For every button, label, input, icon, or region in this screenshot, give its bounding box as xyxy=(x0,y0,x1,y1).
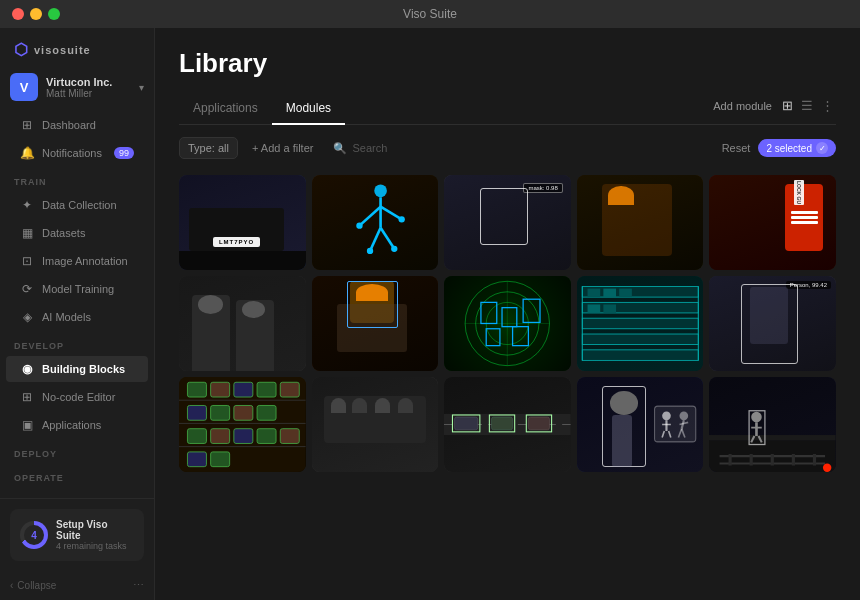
module-thumbnail xyxy=(179,377,306,472)
collapse-label: Collapse xyxy=(17,580,56,591)
add-module-button[interactable]: Add module xyxy=(713,100,772,112)
tabs-bar: Applications Modules Add module ⊞ ☰ ⋮ xyxy=(179,93,836,125)
minimize-button[interactable] xyxy=(30,8,42,20)
svg-rect-24 xyxy=(582,350,698,361)
svg-rect-22 xyxy=(582,318,698,329)
sidebar-item-applications[interactable]: ▣ Applications xyxy=(6,412,148,438)
module-card-pedestrian[interactable] xyxy=(577,377,704,472)
grid-view-button[interactable]: ⊞ xyxy=(780,96,795,115)
module-card-person-mask[interactable]: mask: 0.98 xyxy=(444,175,571,270)
sidebar-item-data-collection[interactable]: ✦ Data Collection xyxy=(6,192,148,218)
svg-rect-72 xyxy=(709,435,836,440)
module-thumbnail xyxy=(179,276,306,371)
view-toggle: ⊞ ☰ ⋮ xyxy=(780,96,836,115)
tab-applications[interactable]: Applications xyxy=(179,93,272,125)
svg-rect-36 xyxy=(187,382,206,397)
titlebar: Viso Suite xyxy=(0,0,860,28)
sidebar-item-no-code-editor[interactable]: ⊞ No-code Editor xyxy=(6,384,148,410)
svg-point-0 xyxy=(374,184,387,197)
setup-card[interactable]: 4 Setup Viso Suite 4 remaining tasks xyxy=(10,509,144,561)
module-card-train[interactable] xyxy=(709,377,836,472)
sidebar-item-label: Image Annotation xyxy=(42,255,128,267)
maximize-button[interactable] xyxy=(48,8,60,20)
svg-rect-56 xyxy=(529,417,550,430)
sidebar-item-label: No-code Editor xyxy=(42,391,115,403)
app: ⬡ visosuite V Virtucon Inc. Matt Miller … xyxy=(0,28,860,600)
search-icon: 🔍 xyxy=(333,142,347,155)
selected-badge: 2 selected ✓ xyxy=(758,139,836,157)
svg-point-66 xyxy=(679,412,688,421)
selected-close-icon[interactable]: ✓ xyxy=(816,142,828,154)
module-grid: LMT7PYO xyxy=(179,175,836,472)
sidebar-item-building-blocks[interactable]: ◉ Building Blocks xyxy=(6,356,148,382)
sidebar-item-datasets[interactable]: ▦ Datasets xyxy=(6,220,148,246)
sidebar-item-ai-models[interactable]: ◈ AI Models xyxy=(6,304,148,330)
module-card-hard-hat[interactable] xyxy=(312,276,439,371)
setup-title: Setup Viso Suite xyxy=(56,519,134,541)
svg-rect-47 xyxy=(234,429,253,444)
sidebar-item-dashboard[interactable]: ⊞ Dashboard xyxy=(6,112,148,138)
org-info: Virtucon Inc. Matt Miller xyxy=(46,76,131,99)
module-thumbnail xyxy=(577,276,704,371)
editor-icon: ⊞ xyxy=(20,390,34,404)
collapse-button[interactable]: ‹ Collapse xyxy=(10,580,56,591)
notification-badge: 99 xyxy=(114,147,134,159)
traffic-svg xyxy=(444,377,571,472)
sidebar-item-image-annotation[interactable]: ⊡ Image Annotation xyxy=(6,248,148,274)
svg-rect-54 xyxy=(455,417,478,430)
data-collection-icon: ✦ xyxy=(20,198,34,212)
svg-rect-51 xyxy=(211,452,230,467)
sidebar-options-icon[interactable]: ⋯ xyxy=(133,579,144,592)
training-icon: ⟳ xyxy=(20,282,34,296)
svg-rect-27 xyxy=(587,289,600,297)
sidebar-item-notifications[interactable]: 🔔 Notifications 99 xyxy=(6,140,148,166)
warehouse-svg xyxy=(577,276,704,371)
sidebar-bottom: 4 Setup Viso Suite 4 remaining tasks xyxy=(0,498,154,571)
list-view-button[interactable]: ☰ xyxy=(799,96,815,115)
module-card-meeting[interactable] xyxy=(312,377,439,472)
sidebar-item-label: AI Models xyxy=(42,311,91,323)
module-thumbnail xyxy=(312,175,439,270)
svg-rect-40 xyxy=(280,382,299,397)
svg-rect-28 xyxy=(603,289,616,297)
org-switcher[interactable]: V Virtucon Inc. Matt Miller ▾ xyxy=(0,67,154,111)
sidebar-item-label: Notifications xyxy=(42,147,102,159)
module-card-parking[interactable] xyxy=(179,377,306,472)
svg-rect-37 xyxy=(211,382,230,397)
sidebar-item-label: Applications xyxy=(42,419,101,431)
setup-info: Setup Viso Suite 4 remaining tasks xyxy=(56,519,134,551)
module-thumbnail xyxy=(444,276,571,371)
module-card-car[interactable]: LMT7PYO xyxy=(179,175,306,270)
chevron-left-icon: ‹ xyxy=(10,580,13,591)
svg-rect-50 xyxy=(187,452,206,467)
sidebar-item-model-training[interactable]: ⟳ Model Training xyxy=(6,276,148,302)
module-thumbnail xyxy=(577,175,704,270)
svg-rect-49 xyxy=(280,429,299,444)
module-card-skeleton[interactable] xyxy=(312,175,439,270)
type-filter[interactable]: Type: all xyxy=(179,137,238,159)
setup-progress-ring: 4 xyxy=(20,521,48,549)
reset-button[interactable]: Reset xyxy=(722,142,751,154)
svg-rect-43 xyxy=(234,405,253,420)
svg-rect-16 xyxy=(502,308,517,327)
annotation-icon: ⊡ xyxy=(20,254,34,268)
module-card-construction[interactable] xyxy=(577,175,704,270)
module-card-people-chat[interactable] xyxy=(179,276,306,371)
svg-line-5 xyxy=(380,228,394,249)
module-card-person-detect[interactable]: Person, 99.42 xyxy=(709,276,836,371)
applications-icon: ▣ xyxy=(20,418,34,432)
module-card-tunnel[interactable] xyxy=(444,276,571,371)
building-blocks-icon: ◉ xyxy=(20,362,34,376)
svg-point-7 xyxy=(398,216,404,222)
module-card-warehouse[interactable] xyxy=(577,276,704,371)
module-card-fire[interactable]: LOCK GU xyxy=(709,175,836,270)
more-options-button[interactable]: ⋮ xyxy=(819,96,836,115)
close-button[interactable] xyxy=(12,8,24,20)
tab-modules[interactable]: Modules xyxy=(272,93,345,125)
module-thumbnail xyxy=(444,377,571,472)
add-filter-button[interactable]: + Add a filter xyxy=(246,138,319,158)
module-card-traffic[interactable] xyxy=(444,377,571,472)
search-box[interactable]: 🔍 Search xyxy=(327,138,393,159)
module-grid-container: LMT7PYO xyxy=(155,171,860,600)
dashboard-icon: ⊞ xyxy=(20,118,34,132)
